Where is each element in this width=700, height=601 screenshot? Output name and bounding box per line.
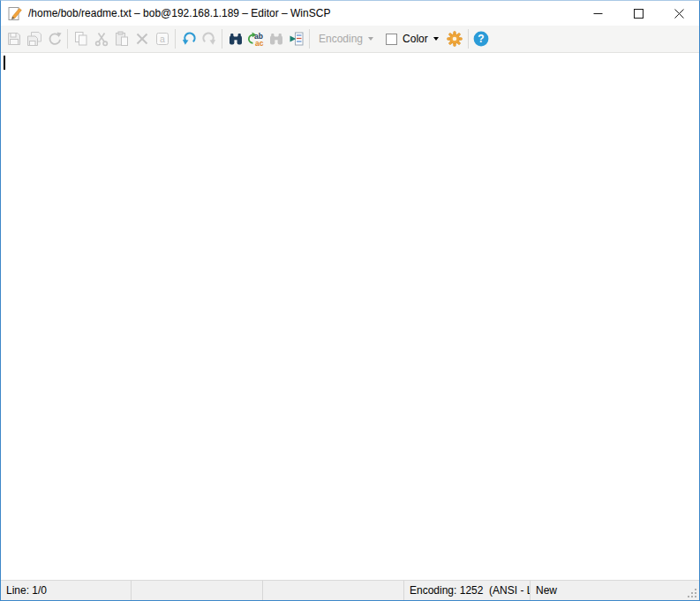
- delete-button[interactable]: [132, 28, 152, 49]
- statusbar-empty-panel: [132, 581, 263, 600]
- toolbar-separator: [67, 29, 68, 49]
- toolbar-separator: [175, 29, 176, 49]
- cut-button[interactable]: [91, 28, 111, 49]
- save-as-button[interactable]: [24, 28, 44, 49]
- go-to-line-button[interactable]: [286, 28, 306, 49]
- save-icon: [5, 30, 23, 48]
- window-title: /home/bob/readme.txt – bob@192.168.1.189…: [28, 7, 577, 19]
- select-all-icon: a: [154, 30, 171, 48]
- copy-button[interactable]: [71, 28, 91, 49]
- color-dropdown-label: Color: [403, 33, 428, 45]
- find-next-binoculars-icon: [267, 30, 285, 48]
- close-button[interactable]: [659, 1, 699, 26]
- statusbar-encoding-panel: Encoding: 1252 (ANSI - Lat: [404, 581, 531, 600]
- svg-text:ac: ac: [255, 39, 264, 48]
- help-icon: ?: [472, 30, 490, 48]
- statusbar: Line: 1/0 Encoding: 1252 (ANSI - Lat New: [1, 580, 699, 600]
- cut-icon: [93, 30, 110, 48]
- text-caret: [4, 56, 5, 70]
- titlebar[interactable]: /home/bob/readme.txt – bob@192.168.1.189…: [1, 1, 699, 26]
- chevron-down-icon: [433, 37, 439, 41]
- delete-x-icon: [133, 30, 151, 48]
- statusbar-state-text: New: [536, 584, 557, 597]
- close-icon: [674, 9, 684, 19]
- help-button[interactable]: ?: [471, 28, 492, 49]
- maximize-button[interactable]: [618, 1, 659, 26]
- find-button[interactable]: [225, 28, 245, 49]
- gear-icon: [446, 30, 463, 48]
- chevron-down-icon: [368, 37, 373, 41]
- undo-button[interactable]: [178, 28, 199, 49]
- toolbar-separator: [309, 29, 310, 49]
- resize-grip[interactable]: [688, 589, 697, 598]
- find-binoculars-icon: [227, 30, 245, 48]
- statusbar-state-panel: New: [531, 581, 699, 600]
- maximize-icon: [634, 9, 644, 19]
- reload-icon: [46, 30, 64, 48]
- encoding-dropdown[interactable]: Encoding: [312, 33, 380, 45]
- save-button[interactable]: [4, 28, 24, 49]
- reload-button[interactable]: [44, 28, 64, 49]
- encoding-dropdown-label: Encoding: [319, 33, 363, 45]
- statusbar-encoding-text: Encoding: 1252 (ANSI - Lat: [410, 584, 531, 597]
- select-all-button[interactable]: a: [152, 28, 172, 49]
- find-next-button[interactable]: [266, 28, 286, 49]
- minimize-icon: [593, 9, 603, 19]
- replace-button[interactable]: ab ac: [245, 28, 266, 49]
- undo-icon: [180, 30, 198, 48]
- redo-button[interactable]: [199, 28, 219, 49]
- paste-button[interactable]: [111, 28, 132, 49]
- statusbar-line-text: Line: 1/0: [6, 584, 47, 597]
- minimize-button[interactable]: [577, 1, 618, 26]
- editor-area[interactable]: [1, 53, 699, 580]
- color-checkbox[interactable]: [386, 34, 397, 45]
- svg-text:a: a: [160, 34, 165, 44]
- redo-icon: [200, 30, 218, 48]
- winscp-editor-window: /home/bob/readme.txt – bob@192.168.1.189…: [0, 0, 700, 601]
- paste-icon: [113, 30, 131, 48]
- svg-text:?: ?: [478, 33, 485, 45]
- statusbar-empty-panel: [263, 581, 404, 600]
- preferences-button[interactable]: [445, 28, 465, 49]
- go-to-line-icon: [288, 30, 305, 48]
- toolbar-separator: [222, 29, 222, 49]
- save-as-icon: [26, 30, 43, 48]
- copy-icon: [72, 30, 90, 48]
- statusbar-line-panel: Line: 1/0: [1, 581, 132, 600]
- toolbar-separator: [468, 29, 469, 49]
- editor-pencil-icon: [8, 6, 23, 21]
- replace-icon: ab ac: [247, 30, 265, 48]
- color-dropdown[interactable]: Color: [402, 33, 445, 45]
- toolbar: a: [1, 26, 699, 53]
